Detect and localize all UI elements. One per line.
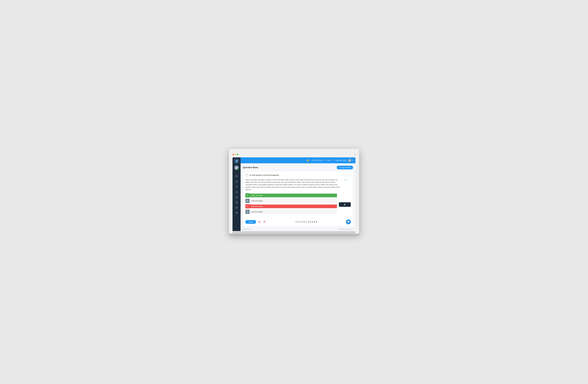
answer-option-d[interactable]: D USD 9.15 million — [245, 210, 337, 214]
flag-icon: 🚩 — [264, 221, 266, 223]
timer-icon: ⏱ — [344, 179, 346, 181]
svg-point-5 — [236, 186, 237, 187]
welcome-text: Welcome, Matt.V — [335, 159, 347, 161]
frm-selector[interactable]: FRM Part I & II ▾ — [312, 159, 324, 161]
answer-text-c: USD 8.59 million — [250, 204, 337, 208]
answer-letter-d: D — [245, 210, 250, 214]
app-logo[interactable] — [234, 158, 239, 163]
laptop-bottom-bezel — [232, 231, 356, 234]
star-3[interactable]: ★ — [312, 221, 313, 223]
answer-letter-c: C — [245, 204, 250, 208]
answer-right-panel: 🗑 — [339, 193, 351, 215]
mac-window-controls — [232, 154, 238, 155]
rating-section: Rate this Question ★ ★ ★ ★ ★ — [295, 221, 317, 223]
svg-rect-0 — [235, 161, 236, 162]
sidebar-item-reading[interactable] — [234, 174, 239, 179]
minimize-dot[interactable] — [235, 154, 236, 155]
laptop-base — [229, 234, 359, 236]
change-reading-button[interactable]: Change Reading — [337, 166, 353, 169]
page-title: Question Bank — [243, 166, 258, 169]
bottom-actions: Validate 🔖 🚩 Rate this Question — [245, 218, 351, 224]
question-body-text: Rahim Associates manages a portfolio of … — [245, 179, 341, 191]
answer-option-b[interactable]: B USD 8.09 million — [245, 199, 337, 203]
star-rating[interactable]: ★ ★ ★ ★ ★ — [308, 221, 317, 223]
chat-icon: 💬 — [347, 221, 350, 223]
star-2[interactable]: ★ — [310, 221, 312, 223]
next-question-button[interactable]: › — [348, 174, 351, 177]
flag-button[interactable]: 🚩 — [262, 220, 267, 224]
validate-button[interactable]: Validate — [245, 220, 256, 224]
close-dot[interactable] — [232, 154, 234, 155]
sidebar-item-notes[interactable] — [234, 200, 239, 205]
chat-button[interactable]: 💬 — [346, 220, 351, 224]
svg-point-3 — [236, 167, 237, 168]
footer-copyright: AnalystPrep © — [243, 228, 251, 230]
sidebar-avatar[interactable] — [234, 165, 239, 170]
star-4[interactable]: ★ — [314, 221, 315, 223]
page-header: Question Bank Change Reading — [243, 166, 353, 169]
cart-button[interactable]: Cart 🛒 — [327, 159, 332, 161]
app-container: 🔔 | FRM Part I & II ▾ | Cart 🛒 | — [232, 157, 356, 231]
answer-option-a[interactable]: A USD 7.62 million — [245, 193, 337, 198]
answer-text-d: USD 9.15 million — [250, 210, 337, 214]
question-body-container: Rahim Associates manages a portfolio of … — [245, 179, 351, 193]
sidebar — [232, 157, 241, 231]
question-id-label: Q. 1209 Valuation and Risk Management — [250, 174, 279, 176]
svg-rect-1 — [236, 160, 236, 162]
star-5[interactable]: ★ — [315, 221, 317, 223]
sidebar-item-study[interactable] — [234, 195, 239, 200]
bookmark-icon: 🔖 — [258, 221, 260, 223]
footer: AnalystPrep © support@analystprep.com — [241, 227, 356, 231]
user-profile-menu[interactable]: Welcome, Matt.V ▾ — [335, 159, 353, 162]
bookmark-button[interactable]: 🔖 — [257, 220, 261, 224]
rate-label: Rate this Question — [295, 221, 307, 223]
answer-letter-a: A — [245, 193, 250, 198]
question-right-sidebar: ⏱ 6 — [341, 179, 351, 193]
top-navbar: 🔔 | FRM Part I & II ▾ | Cart 🛒 | — [241, 157, 356, 163]
frm-chevron-icon: ▾ — [323, 159, 324, 161]
trash-answer-button[interactable]: 🗑 — [339, 202, 351, 207]
nav-separator-1: | — [310, 159, 311, 161]
nav-separator-2: | — [325, 159, 325, 161]
timer-display: ⏱ 6 — [344, 179, 347, 181]
maximize-dot[interactable] — [237, 154, 238, 155]
prev-question-button[interactable]: ‹ — [344, 174, 347, 177]
menu-icon: ≡ — [355, 153, 356, 156]
question-header: ? Q. 1209 Valuation and Risk Management … — [245, 174, 351, 177]
notification-bell-icon[interactable]: 🔔 — [306, 159, 309, 161]
svg-point-13 — [349, 160, 350, 160]
sidebar-item-concepts[interactable] — [234, 184, 239, 189]
footer-support-email: support@analystprep.com — [338, 228, 353, 230]
sidebar-item-practice[interactable] — [234, 179, 239, 184]
answer-text-b: USD 8.09 million — [250, 199, 337, 203]
nav-avatar — [348, 159, 351, 162]
sidebar-item-mock[interactable] — [234, 190, 239, 194]
cart-label: Cart — [327, 159, 330, 161]
answers-section: A USD 7.62 million B USD 8.09 million C — [245, 193, 351, 215]
question-id-row: ? Q. 1209 Valuation and Risk Management — [245, 174, 279, 177]
mac-titlebar: ≡ — [232, 152, 356, 157]
answer-text-a: USD 7.62 million — [250, 194, 337, 197]
user-chevron-icon: ▾ — [352, 159, 353, 161]
nav-separator-3: | — [334, 159, 334, 161]
answer-letter-b: B — [245, 199, 250, 203]
bottom-left-actions: Validate 🔖 🚩 — [245, 220, 267, 224]
timer-value: 6 — [347, 179, 347, 181]
answer-option-c[interactable]: C USD 8.59 million — [245, 204, 337, 208]
page-content: Question Bank Change Reading ? Q. 1209 V… — [241, 163, 356, 227]
sidebar-item-achievements[interactable] — [234, 210, 239, 215]
main-content: 🔔 | FRM Part I & II ▾ | Cart 🛒 | — [241, 157, 356, 231]
sidebar-item-reports[interactable] — [234, 205, 239, 210]
frm-label: FRM Part I & II — [312, 159, 322, 161]
question-navigation: ‹ › — [344, 174, 351, 177]
answers-list: A USD 7.62 million B USD 8.09 million C — [245, 193, 337, 215]
star-1[interactable]: ★ — [308, 221, 310, 223]
question-card: ? Q. 1209 Valuation and Risk Management … — [243, 171, 353, 227]
question-help-icon: ? — [245, 174, 249, 177]
cart-icon: 🛒 — [330, 159, 332, 161]
